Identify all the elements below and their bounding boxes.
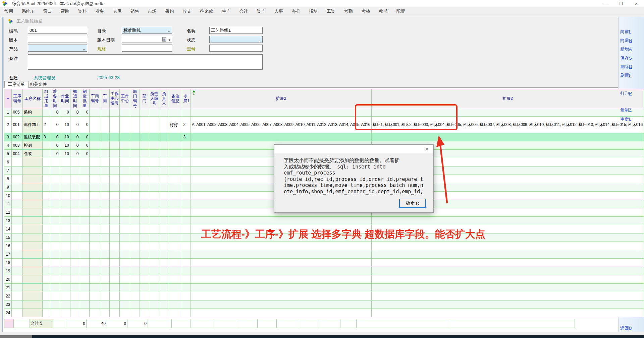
cell[interactable] (149, 183, 159, 192)
cell[interactable]: 检测 (23, 141, 43, 150)
cell[interactable] (50, 225, 60, 233)
cell[interactable] (43, 150, 50, 158)
cell[interactable] (70, 309, 80, 317)
cell[interactable] (182, 158, 191, 166)
cell[interactable] (140, 150, 149, 158)
cell[interactable] (12, 284, 23, 292)
cell[interactable]: 005 (12, 108, 23, 117)
menu-item[interactable]: 会计 (235, 8, 253, 14)
cell[interactable] (371, 250, 644, 259)
cell[interactable] (43, 233, 50, 242)
cell[interactable] (130, 117, 140, 133)
cell[interactable] (120, 259, 130, 267)
row-number-cell[interactable]: 4 (4, 141, 12, 150)
column-header[interactable]: 准备时间 (50, 89, 60, 108)
cell[interactable] (23, 300, 43, 309)
cell[interactable] (169, 183, 182, 192)
column-header[interactable]: 工作中心 (120, 89, 130, 108)
menu-item[interactable]: 窗口 (39, 8, 56, 14)
row-number-cell[interactable]: 16 (4, 242, 12, 250)
cell[interactable] (130, 242, 140, 250)
cell[interactable] (12, 275, 23, 284)
cell[interactable]: 0 (50, 150, 60, 158)
cell[interactable] (109, 300, 120, 309)
cell[interactable] (159, 217, 169, 225)
side-button-2[interactable]: 向后N (620, 38, 632, 44)
cell[interactable] (149, 192, 159, 200)
cell[interactable] (159, 250, 169, 259)
cell[interactable] (12, 225, 23, 233)
menu-item[interactable]: 人事 (270, 8, 287, 14)
cell[interactable] (149, 275, 159, 284)
cell[interactable] (169, 267, 182, 275)
cell[interactable] (109, 200, 120, 208)
cell[interactable]: 0 (60, 108, 70, 117)
cell[interactable] (169, 158, 182, 166)
cell[interactable] (100, 141, 109, 150)
cell[interactable] (100, 267, 109, 275)
cell[interactable] (140, 250, 149, 259)
row-number-cell[interactable]: 11 (4, 200, 12, 208)
menu-item[interactable]: 工资 (322, 8, 340, 14)
cell[interactable] (43, 175, 50, 183)
column-header[interactable]: 部门 (140, 89, 149, 108)
cell[interactable] (191, 300, 371, 309)
cell[interactable] (149, 208, 159, 217)
cell[interactable] (109, 233, 120, 242)
cell[interactable] (80, 242, 90, 250)
cell[interactable] (50, 284, 60, 292)
cell[interactable] (50, 267, 60, 275)
cell[interactable] (12, 158, 23, 166)
cell[interactable] (100, 183, 109, 192)
cell[interactable] (140, 175, 149, 183)
cell[interactable] (90, 217, 100, 225)
cell[interactable] (159, 242, 169, 250)
cell[interactable] (70, 275, 80, 284)
cell[interactable] (159, 108, 169, 117)
cell[interactable] (12, 242, 23, 250)
cell[interactable] (80, 208, 90, 217)
cell[interactable] (12, 217, 23, 225)
cell[interactable] (182, 225, 191, 233)
cell[interactable] (109, 284, 120, 292)
row-number-cell[interactable]: 24 (4, 309, 12, 317)
cell[interactable] (90, 183, 100, 192)
cell[interactable] (109, 133, 120, 141)
cell[interactable] (60, 284, 70, 292)
cell[interactable] (90, 250, 100, 259)
cell[interactable] (182, 292, 191, 300)
cell[interactable] (120, 141, 130, 150)
cell[interactable] (70, 300, 80, 309)
cell[interactable] (23, 250, 43, 259)
cell[interactable] (70, 200, 80, 208)
side-button-7[interactable]: 打印P (620, 90, 632, 96)
cell[interactable] (90, 300, 100, 309)
cell[interactable]: 001 (12, 117, 23, 133)
cell[interactable] (159, 284, 169, 292)
cell[interactable]: 0 (50, 133, 60, 141)
chevron-down-icon[interactable]: ▾ (168, 37, 170, 43)
cell[interactable] (50, 300, 60, 309)
cell[interactable] (182, 250, 191, 259)
cell[interactable] (120, 275, 130, 284)
cell[interactable] (169, 217, 182, 225)
cell[interactable] (90, 150, 100, 158)
cell[interactable]: 003 (12, 141, 23, 150)
cell[interactable] (182, 284, 191, 292)
cell[interactable] (169, 259, 182, 267)
name-input[interactable]: 工艺路线1 (209, 27, 263, 34)
cell[interactable] (371, 292, 644, 300)
cell[interactable] (43, 300, 50, 309)
cell[interactable] (120, 158, 130, 166)
menu-item[interactable]: 办公 (287, 8, 305, 14)
cell[interactable] (80, 225, 90, 233)
cell[interactable] (43, 200, 50, 208)
cell[interactable] (371, 275, 644, 284)
cell[interactable] (12, 250, 23, 259)
cell[interactable] (12, 300, 23, 309)
cell[interactable] (140, 166, 149, 175)
cell[interactable] (169, 200, 182, 208)
cell[interactable] (140, 292, 149, 300)
cell[interactable] (70, 259, 80, 267)
cell[interactable] (43, 292, 50, 300)
